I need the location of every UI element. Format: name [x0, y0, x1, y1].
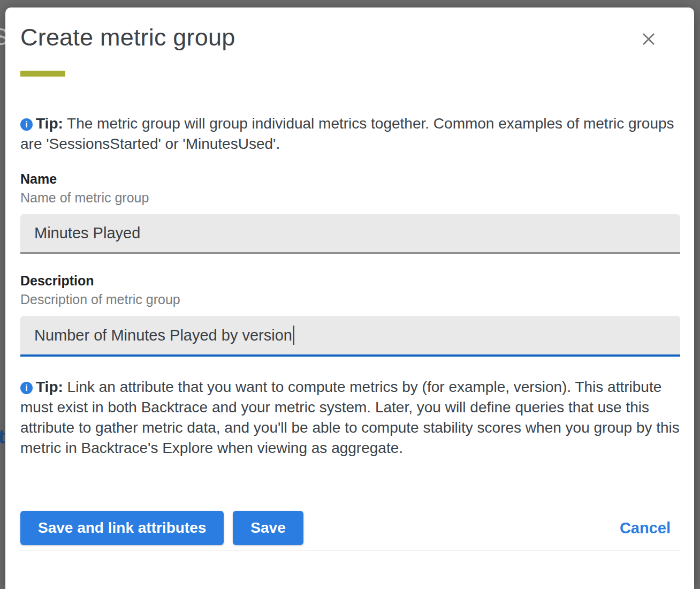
name-input-value: Minutes Played: [34, 224, 140, 242]
text-cursor: [293, 326, 294, 345]
dialog-footer: Save and link attributes Save Cancel: [20, 511, 680, 545]
description-sublabel: Description of metric group: [20, 290, 680, 308]
description-input-value: Number of Minutes Played by version: [34, 327, 292, 344]
tip-link-attribute: iTip: Link an attribute that you want to…: [20, 377, 680, 458]
create-metric-group-dialog: Create metric group iTip: The metric gro…: [5, 7, 694, 589]
dialog-header: Create metric group: [20, 7, 680, 51]
info-icon: i: [20, 382, 33, 394]
background-text-fragment: t: [0, 426, 5, 452]
cancel-button[interactable]: Cancel: [620, 519, 671, 537]
name-label: Name: [20, 170, 680, 187]
tip-label: Tip:: [36, 115, 63, 132]
tip-text: The metric group will group individual m…: [20, 115, 674, 152]
background-text-fragment: S: [0, 24, 5, 51]
name-input[interactable]: Minutes Played: [20, 214, 680, 254]
footer-divider: [20, 550, 680, 551]
tip-metric-group: iTip: The metric group will group indivi…: [20, 114, 680, 154]
save-and-link-attributes-button[interactable]: Save and link attributes: [20, 511, 224, 545]
info-icon: i: [20, 118, 33, 131]
tip-text: Link an attribute that you want to compu…: [20, 379, 680, 456]
name-sublabel: Name of metric group: [20, 188, 680, 207]
save-button[interactable]: Save: [233, 511, 303, 545]
dialog-title: Create metric group: [20, 24, 235, 51]
tip-label: Tip:: [36, 379, 63, 395]
close-icon: [640, 31, 657, 48]
accent-bar: [20, 71, 65, 77]
close-button[interactable]: [638, 29, 659, 49]
description-input[interactable]: Number of Minutes Played by version: [20, 316, 680, 357]
description-label: Description: [20, 272, 680, 289]
